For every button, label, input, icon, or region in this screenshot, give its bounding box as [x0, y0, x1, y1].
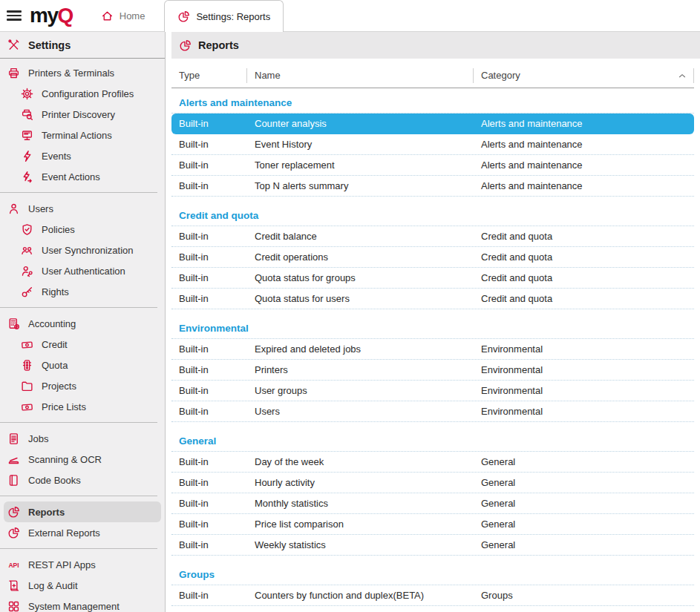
- sidebar-item-rights[interactable]: Rights: [4, 281, 161, 302]
- tab-home[interactable]: Home: [91, 0, 156, 31]
- scanner-icon: [7, 453, 20, 466]
- table-row-credit-balance[interactable]: Built-inCredit balanceCredit and quota: [171, 226, 694, 247]
- table-row-quota-status-for-users[interactable]: Built-inQuota status for usersCredit and…: [171, 289, 694, 309]
- sidebar-item-users[interactable]: Users: [4, 198, 161, 219]
- table-row-hourly-activity[interactable]: Built-inHourly activityGeneral: [171, 473, 694, 493]
- table-column-header: TypeNameCategory: [171, 63, 694, 88]
- user-key-icon: [21, 265, 33, 277]
- lightning-arrow-icon: [21, 171, 33, 183]
- tools-icon: [7, 39, 20, 51]
- cell-type: Built-in: [171, 477, 247, 488]
- sidebar-item-configuration-profiles[interactable]: Configuration Profiles: [4, 83, 161, 104]
- sidebar-item-price-lists[interactable]: Price Lists: [4, 396, 161, 417]
- sidebar-item-log-and-audit[interactable]: Log & Audit: [4, 575, 161, 596]
- cell-name: Credit operations: [247, 251, 474, 263]
- column-header-type[interactable]: Type: [171, 70, 246, 81]
- sidebar-item-reports[interactable]: Reports: [4, 501, 161, 522]
- banknote-icon: [21, 338, 33, 351]
- sidebar-item-label: Scanning & OCR: [28, 454, 102, 465]
- cell-type: Built-in: [171, 251, 247, 263]
- pie-chart-icon: [177, 10, 190, 23]
- sidebar-item-label: Credit: [42, 339, 68, 350]
- cell-type: Built-in: [171, 385, 247, 396]
- sidebar-item-label: Terminal Actions: [42, 130, 112, 141]
- table-row-price-list-comparison[interactable]: Built-inPrice list comparisonGeneral: [171, 514, 694, 535]
- table-row-day-of-the-week[interactable]: Built-inDay of the weekGeneral: [171, 452, 694, 473]
- sidebar-item-events[interactable]: Events: [4, 145, 161, 166]
- sidebar-separator: [0, 496, 157, 496]
- table-row-monthly-statistics[interactable]: Built-inMonthly statisticsGeneral: [171, 493, 694, 514]
- cell-name: Expired and deleted jobs: [247, 343, 474, 355]
- tab-settings-reports[interactable]: Settings: Reports: [164, 0, 284, 32]
- cell-category: Credit and quota: [474, 231, 694, 242]
- sidebar-item-label: Accounting: [28, 318, 76, 329]
- cell-type: Built-in: [171, 364, 247, 375]
- sidebar-item-label: Configuration Profiles: [42, 88, 134, 99]
- sidebar-item-label: Rights: [42, 286, 69, 297]
- table-row-users[interactable]: Built-inUsersEnvironmental: [171, 401, 694, 422]
- sidebar-item-printer-discovery[interactable]: Printer Discovery: [4, 104, 161, 125]
- table-row-expired-and-deleted-jobs[interactable]: Built-inExpired and deleted jobsEnvironm…: [171, 339, 694, 360]
- column-divider: [693, 68, 694, 83]
- cell-category: Environmental: [474, 364, 694, 375]
- report-group-environmental: EnvironmentalBuilt-inExpired and deleted…: [171, 320, 694, 422]
- table-row-printers[interactable]: Built-inPrintersEnvironmental: [171, 360, 694, 381]
- sidebar-item-scanning-and-ocr[interactable]: Scanning & OCR: [4, 449, 161, 470]
- sidebar-item-label: Projects: [42, 381, 76, 392]
- sidebar-item-quota[interactable]: Quota: [4, 355, 161, 375]
- sidebar-item-label: Jobs: [28, 433, 48, 444]
- column-header-category[interactable]: Category: [474, 70, 693, 81]
- sidebar-item-accounting[interactable]: Accounting: [4, 313, 161, 334]
- main-panel: Reports TypeNameCategory Alerts and main…: [166, 32, 700, 612]
- sidebar-item-code-books[interactable]: Code Books: [4, 470, 161, 490]
- cell-category: Alerts and maintenance: [474, 180, 694, 191]
- table-row-counters-by-function-and-duplex-beta[interactable]: Built-inCounters by function and duplex(…: [171, 585, 694, 606]
- sidebar-item-projects[interactable]: Projects: [4, 375, 161, 396]
- sidebar-item-label: External Reports: [28, 527, 100, 539]
- table-row-user-groups[interactable]: Built-inUser groupsEnvironmental: [171, 381, 694, 401]
- table-row-quota-status-for-groups[interactable]: Built-inQuota status for groupsCredit an…: [171, 268, 694, 289]
- traffic-light-icon: [21, 359, 33, 372]
- sidebar-item-terminal-actions[interactable]: Terminal Actions: [4, 125, 161, 145]
- cell-category: Environmental: [474, 385, 694, 396]
- table-row-weekly-statistics[interactable]: Built-inWeekly statisticsGeneral: [171, 535, 694, 556]
- hamburger-menu-icon[interactable]: [7, 8, 22, 22]
- sidebar-item-system-management[interactable]: System Management: [4, 596, 161, 612]
- sidebar-item-rest-api-apps[interactable]: APIREST API Apps: [4, 554, 161, 575]
- table-row-top-n-alerts-summary[interactable]: Built-inTop N alerts summaryAlerts and m…: [171, 176, 694, 197]
- cell-type: Built-in: [171, 456, 247, 467]
- sidebar-item-label: User Authentication: [42, 266, 125, 277]
- key-icon: [21, 286, 33, 298]
- calculator-icon: [7, 317, 20, 330]
- sidebar-item-event-actions[interactable]: Event Actions: [4, 166, 161, 187]
- sidebar-title: Settings: [28, 39, 71, 51]
- sidebar-item-label: Printers & Terminals: [28, 68, 114, 79]
- table-row-toner-replacement[interactable]: Built-inToner replacementAlerts and main…: [171, 155, 694, 176]
- sidebar-item-label: Events: [42, 151, 71, 162]
- sidebar-item-printers-and-terminals[interactable]: Printers & Terminals: [4, 62, 161, 83]
- sidebar-item-user-synchronization[interactable]: User Synchronization: [4, 240, 161, 260]
- table-row-event-history[interactable]: Built-inEvent HistoryAlerts and maintena…: [171, 134, 694, 155]
- cell-name: Quota status for groups: [247, 272, 474, 283]
- settings-sidebar: Settings Printers & TerminalsConfigurati…: [0, 32, 166, 612]
- sidebar-item-policies[interactable]: Policies: [4, 219, 161, 240]
- cell-category: Credit and quota: [474, 251, 694, 263]
- cell-type: Built-in: [171, 343, 247, 355]
- reports-table: Alerts and maintenanceBuilt-inCounter an…: [171, 88, 700, 612]
- scroll-icon: [7, 579, 20, 592]
- cell-type: Built-in: [171, 539, 247, 550]
- sidebar-item-jobs[interactable]: Jobs: [4, 428, 161, 449]
- sidebar-item-user-authentication[interactable]: User Authentication: [4, 260, 161, 281]
- cell-category: General: [474, 456, 694, 467]
- sidebar-item-credit[interactable]: Credit: [4, 334, 161, 355]
- sidebar-item-external-reports[interactable]: External Reports: [4, 522, 161, 543]
- cell-type: Built-in: [171, 590, 247, 601]
- column-header-name[interactable]: Name: [247, 70, 473, 81]
- cell-name: Hourly activity: [247, 477, 474, 488]
- pie-chart-icon: [7, 527, 20, 539]
- table-row-credit-operations[interactable]: Built-inCredit operationsCredit and quot…: [171, 247, 694, 268]
- cell-type: Built-in: [171, 293, 247, 304]
- table-row-counter-analysis[interactable]: Built-inCounter analysisAlerts and maint…: [171, 113, 694, 134]
- column-header-label: Type: [179, 70, 200, 81]
- book-icon: [7, 474, 20, 487]
